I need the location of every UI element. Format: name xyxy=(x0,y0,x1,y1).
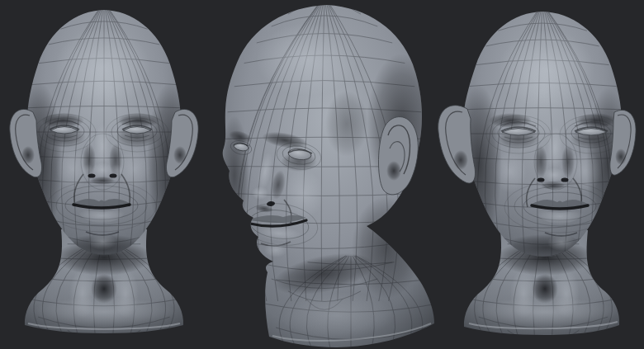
viewport: front view xyxy=(0,0,644,349)
forehead-highlight xyxy=(54,28,150,107)
ear-concha-shadow xyxy=(615,149,627,165)
ear-concha-shadow xyxy=(21,146,35,164)
ear-concha-shadow xyxy=(453,150,468,170)
under-nose-shadow xyxy=(90,177,115,185)
temple-shadow xyxy=(325,91,368,157)
chin-highlight xyxy=(88,233,116,250)
nose-tip-highlight xyxy=(252,186,268,200)
under-nose-shadow xyxy=(541,182,566,190)
nostril-left xyxy=(88,173,96,177)
skull-highlight xyxy=(256,23,358,96)
nostril-right xyxy=(561,177,569,182)
forehead-highlight xyxy=(499,30,594,109)
shoulder-light-band xyxy=(472,297,618,327)
nostril-left xyxy=(537,177,545,182)
shoulder-light-band xyxy=(31,297,177,327)
ear-concha-shadow xyxy=(173,146,187,164)
ear-concha-shadow xyxy=(386,161,401,181)
viewport-canvas[interactable]: front view xyxy=(0,0,644,349)
cheek-highlight-left xyxy=(494,150,527,193)
nostril-right xyxy=(110,173,117,177)
neck-front-light xyxy=(279,292,395,338)
chin-highlight xyxy=(264,243,287,257)
